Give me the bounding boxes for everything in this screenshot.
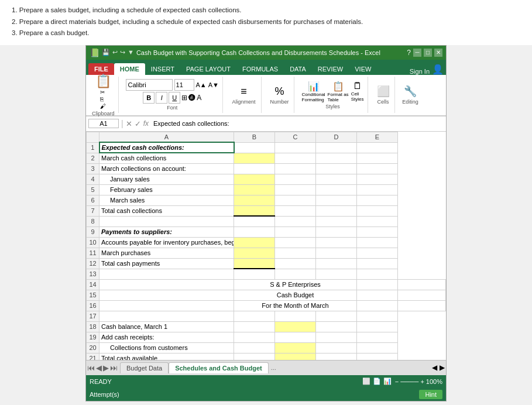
cell-e2[interactable] xyxy=(357,153,398,163)
cell-e16[interactable] xyxy=(398,300,446,311)
quick-save-icon[interactable]: 💾 xyxy=(102,49,110,56)
font-color-icon[interactable]: A xyxy=(197,94,201,102)
cell-c9[interactable] xyxy=(275,226,316,237)
cell-a16[interactable] xyxy=(99,300,234,311)
cell-a20[interactable]: Collections from customers xyxy=(99,342,234,353)
minimize-button[interactable]: ─ xyxy=(413,49,421,57)
zoom-slider[interactable]: ──── xyxy=(400,378,418,385)
cell-b12[interactable] xyxy=(234,258,275,269)
cell-d11[interactable] xyxy=(316,248,357,258)
cell-c13[interactable] xyxy=(275,269,316,279)
cell-d9[interactable] xyxy=(316,226,357,237)
cell-d5[interactable] xyxy=(316,184,357,195)
cell-c2[interactable] xyxy=(275,153,316,163)
cell-e7[interactable] xyxy=(357,205,398,216)
italic-button[interactable]: I xyxy=(156,92,167,104)
scroll-right-icon[interactable]: ▶ xyxy=(440,363,445,372)
cell-a14[interactable] xyxy=(99,279,234,290)
bold-button[interactable]: B xyxy=(143,92,155,104)
cell-a18[interactable]: Cash balance, March 1 xyxy=(99,321,234,332)
cell-c17[interactable] xyxy=(275,311,316,321)
cell-e13[interactable] xyxy=(357,269,398,279)
cell-e1[interactable] xyxy=(357,142,398,153)
zoom-out-icon[interactable]: − xyxy=(395,378,399,385)
cell-c11[interactable] xyxy=(275,248,316,258)
tab-view[interactable]: VIEW xyxy=(349,63,377,75)
cell-b4[interactable] xyxy=(234,174,275,184)
col-header-c[interactable]: C xyxy=(275,132,316,142)
cell-d10[interactable] xyxy=(316,237,357,248)
cell-a4[interactable]: January sales xyxy=(99,174,234,184)
cell-d15[interactable] xyxy=(357,290,398,300)
formula-input[interactable] xyxy=(151,119,444,128)
cell-b8[interactable] xyxy=(234,216,275,226)
cell-b18[interactable] xyxy=(234,321,275,332)
cell-a1[interactable]: Expected cash collections: xyxy=(99,142,234,153)
close-button[interactable]: ✕ xyxy=(434,49,442,57)
cell-d12[interactable] xyxy=(316,258,357,269)
cell-b21[interactable] xyxy=(234,353,275,360)
cell-c20[interactable] xyxy=(275,342,316,353)
cell-a13[interactable] xyxy=(99,269,234,279)
cell-c19[interactable] xyxy=(275,332,316,342)
cell-d7[interactable] xyxy=(316,205,357,216)
cell-b16[interactable]: For the Month of March xyxy=(234,300,357,311)
quick-more-icon[interactable]: ▼ xyxy=(128,49,134,56)
conditional-formatting-button[interactable]: 📊 ConditionalFormatting xyxy=(302,81,325,102)
cell-e12[interactable] xyxy=(357,258,398,269)
scroll-left-icon[interactable]: ◀ xyxy=(432,363,437,372)
cell-c3[interactable] xyxy=(275,163,316,174)
cell-a12[interactable]: Total cash payments xyxy=(99,258,234,269)
normal-view-icon[interactable]: ⬜ xyxy=(362,377,370,385)
format-painter-button[interactable]: 🖌 xyxy=(100,103,106,109)
page-break-view-icon[interactable]: 📊 xyxy=(383,377,392,385)
tab-data[interactable]: DATA xyxy=(284,63,312,75)
tab-formulas[interactable]: FORMULAS xyxy=(236,63,284,75)
cell-c5[interactable] xyxy=(275,184,316,195)
cell-e21[interactable] xyxy=(357,353,398,360)
cell-b20[interactable] xyxy=(234,342,275,353)
cell-e3[interactable] xyxy=(357,163,398,174)
cell-e17[interactable] xyxy=(357,311,398,321)
cell-e14[interactable] xyxy=(398,279,446,290)
cell-e6[interactable] xyxy=(357,195,398,205)
help-icon[interactable]: ? xyxy=(407,49,411,57)
tab-file[interactable]: FILE xyxy=(88,63,114,75)
cell-d1[interactable] xyxy=(316,142,357,153)
cell-a8[interactable] xyxy=(99,216,234,226)
cell-e19[interactable] xyxy=(357,332,398,342)
cell-e15[interactable] xyxy=(398,290,446,300)
alignment-icon[interactable]: ≡ xyxy=(241,85,247,98)
cell-b7[interactable] xyxy=(234,205,275,216)
cell-b17[interactable] xyxy=(234,311,275,321)
zoom-in-icon[interactable]: + xyxy=(420,378,424,385)
quick-redo-icon[interactable]: ↪ xyxy=(120,49,125,56)
cut-button[interactable]: ✂ xyxy=(100,89,106,95)
cell-b5[interactable] xyxy=(234,184,275,195)
tab-schedules-cash-budget[interactable]: Schedules and Cash Budget xyxy=(169,362,269,373)
cell-d14[interactable] xyxy=(357,279,398,290)
cell-styles-button[interactable]: 🗒 CellStyles xyxy=(351,81,364,102)
cell-a3[interactable]: March collections on account: xyxy=(99,163,234,174)
cell-c7[interactable] xyxy=(275,205,316,216)
cells-icon[interactable]: ⬜ xyxy=(377,85,390,98)
tab-page-layout[interactable]: PAGE LAYOUT xyxy=(180,63,236,75)
cell-d3[interactable] xyxy=(316,163,357,174)
paste-button[interactable]: 📋 xyxy=(95,74,111,89)
sheet-tab-nav[interactable]: ⏮ ◀ ▶ ⏭ xyxy=(87,363,118,372)
col-header-b[interactable]: B xyxy=(234,132,275,142)
tab-insert[interactable]: INSERT xyxy=(145,63,180,75)
cell-b1[interactable] xyxy=(234,142,275,153)
cell-b13[interactable] xyxy=(234,269,275,279)
cell-a19[interactable]: Add cash receipts: xyxy=(99,332,234,342)
cell-a11[interactable]: March purchases xyxy=(99,248,234,258)
cell-e4[interactable] xyxy=(357,174,398,184)
tab-nav-first[interactable]: ⏮ xyxy=(87,363,95,372)
tab-home[interactable]: HOME xyxy=(114,63,145,75)
cell-b3[interactable] xyxy=(234,163,275,174)
fill-color-icon[interactable]: 🅐 xyxy=(188,94,195,102)
cell-c1[interactable] xyxy=(275,142,316,153)
decrease-font-icon[interactable]: A▼ xyxy=(208,81,219,88)
cell-b15[interactable]: Cash Budget xyxy=(234,290,357,300)
tab-budget-data[interactable]: Budget Data xyxy=(120,362,169,373)
